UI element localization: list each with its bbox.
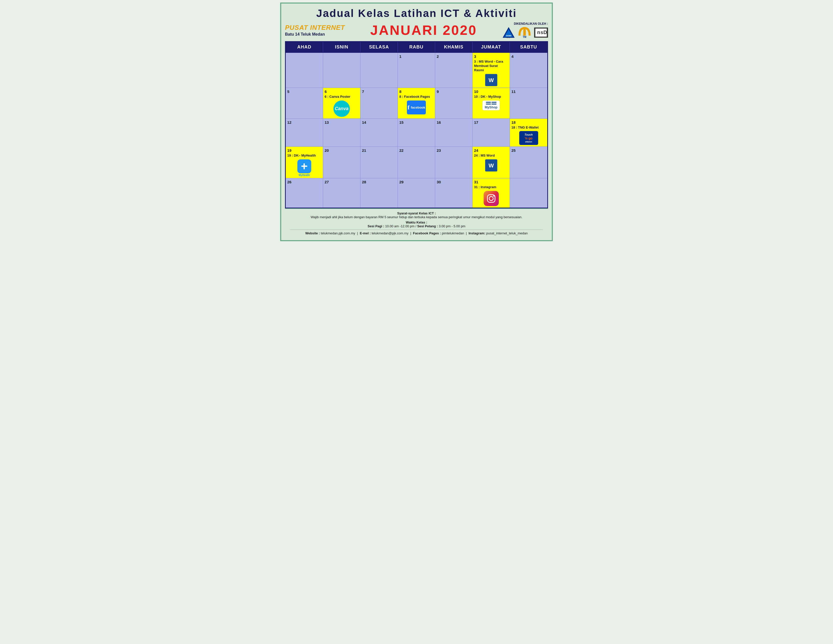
pusat-internet-title: PUSAT INTERNET bbox=[285, 24, 345, 32]
waktu-section: Waktu Kelas : Sesi Pagi : 10.00 am -12.0… bbox=[290, 221, 543, 228]
header-ahad: AHAD bbox=[286, 42, 323, 52]
table-row: 11 bbox=[510, 88, 547, 119]
day-number: 11 bbox=[511, 89, 546, 94]
day-number: 8 bbox=[399, 89, 433, 94]
table-row: 23 bbox=[435, 147, 473, 178]
table-row: 7 bbox=[360, 88, 398, 119]
day-number: 13 bbox=[325, 120, 359, 124]
day-number: 26 bbox=[287, 180, 321, 184]
event-title: 19 : DK– MyHealth bbox=[287, 153, 321, 158]
svg-text:s: s bbox=[540, 29, 544, 35]
waktu-pagi: 10.00 am -12.00 pm bbox=[385, 224, 415, 228]
svg-text:TM: TM bbox=[523, 35, 526, 38]
table-row bbox=[510, 178, 547, 208]
day-number: 7 bbox=[362, 89, 396, 94]
table-row: 22 bbox=[398, 147, 435, 178]
table-row: 1010 : DK - MyShop MyShop bbox=[473, 88, 510, 119]
table-row: 21 bbox=[360, 147, 398, 178]
dikendalikan-label: DIKENDALIKAN OLEH : bbox=[514, 22, 548, 26]
website-label: Website : bbox=[306, 231, 320, 235]
table-row: 26 bbox=[286, 178, 323, 208]
table-row: 33 : MS Word - Cara Membuat Surat Rasmi … bbox=[473, 53, 510, 88]
day-number: 27 bbox=[325, 180, 359, 184]
skmm-logo: SKMM MCMC bbox=[502, 27, 515, 38]
day-number: 2 bbox=[437, 54, 471, 59]
table-row bbox=[323, 53, 360, 88]
waktu-slash: / bbox=[415, 224, 416, 228]
msword-icon: W bbox=[485, 74, 497, 86]
header-rabu: RABU bbox=[398, 42, 435, 52]
table-row: 1 bbox=[398, 53, 435, 88]
footer: Syarat-syarat Kelas ICT : Wajib menjadi … bbox=[285, 208, 548, 238]
header-selasa: SELASA bbox=[360, 42, 398, 52]
email: telukmedan@pjk.com.my bbox=[371, 231, 408, 235]
table-row: 1818 : TNG E-Wallet Touch 'n go eWallet bbox=[510, 119, 547, 147]
svg-text:MCMC: MCMC bbox=[507, 37, 511, 38]
fb-label: Facebook Pages : bbox=[413, 231, 441, 235]
instagram-icon bbox=[484, 191, 499, 206]
day-number: 14 bbox=[362, 120, 396, 124]
svg-text:D: D bbox=[544, 29, 547, 35]
svg-text:SKMM: SKMM bbox=[506, 35, 511, 37]
table-row: 2 bbox=[435, 53, 473, 88]
day-number: 6 bbox=[325, 89, 359, 94]
waktu-pagi-label: Sesi Pagi : bbox=[368, 224, 384, 228]
day-number: 19 bbox=[287, 148, 321, 153]
svg-point-15 bbox=[493, 195, 494, 197]
syarat-title: Syarat-syarat Kelas ICT : bbox=[397, 211, 436, 215]
day-number: 28 bbox=[362, 180, 396, 184]
day-number: 18 bbox=[511, 120, 546, 124]
day-number: 25 bbox=[511, 148, 546, 153]
day-number: 29 bbox=[399, 180, 433, 184]
location-text: Batu 14 Teluk Medan bbox=[285, 32, 345, 37]
event-title: 10 : DK - MyShop bbox=[474, 95, 508, 99]
table-row: 16 bbox=[435, 119, 473, 147]
day-number: 23 bbox=[437, 148, 471, 153]
facebook-icon: f facebook bbox=[407, 100, 426, 114]
table-row: 20 bbox=[323, 147, 360, 178]
table-row: 29 bbox=[398, 178, 435, 208]
table-row: 5 bbox=[286, 88, 323, 119]
table-row: 13 bbox=[323, 119, 360, 147]
waktu-title: Waktu Kelas : bbox=[406, 221, 427, 224]
day-number: 9 bbox=[437, 89, 471, 94]
contact-section: Website : telukmedan.pjk.com.my | E-mel … bbox=[290, 230, 543, 235]
table-row: 2424 : MS Word W bbox=[473, 147, 510, 178]
event-title: 3 : MS Word - Cara Membuat Surat Rasmi bbox=[474, 60, 508, 72]
event-title: 6 : Canva Poster bbox=[325, 95, 359, 99]
day-number: 24 bbox=[474, 148, 508, 153]
table-row: 27 bbox=[323, 178, 360, 208]
table-row: 88 : Facebook Pages f facebook bbox=[398, 88, 435, 119]
website: telukmedan.pjk.com.my bbox=[321, 231, 355, 235]
day-number: 1 bbox=[399, 54, 433, 59]
day-number: 5 bbox=[287, 89, 321, 94]
header-isnin: ISNIN bbox=[323, 42, 360, 52]
table-row: 14 bbox=[360, 119, 398, 147]
main-title: Jadual Kelas Latihan ICT & Aktiviti bbox=[285, 7, 548, 19]
calendar-body: 1233 : MS Word - Cara Membuat Surat Rasm… bbox=[286, 52, 547, 208]
syarat-section: Syarat-syarat Kelas ICT : Wajib menjadi … bbox=[290, 211, 543, 219]
nsd-logo: n s D bbox=[534, 27, 548, 38]
table-row: 25 bbox=[510, 147, 547, 178]
canva-icon: Canva bbox=[333, 100, 350, 117]
table-row: 1919 : DK– MyHealth MyHealth bbox=[286, 147, 323, 178]
header-jumaat: JUMAAT bbox=[473, 42, 510, 52]
day-number: 20 bbox=[325, 148, 359, 153]
event-title: 8 : Facebook Pages bbox=[399, 95, 433, 99]
table-row: 4 bbox=[510, 53, 547, 88]
header-khamis: KHAMIS bbox=[435, 42, 473, 52]
tm-logo: TM bbox=[517, 27, 532, 38]
table-row: 28 bbox=[360, 178, 398, 208]
syarat-text: Wajib menjadi ahli jika belum dengan bay… bbox=[311, 215, 523, 219]
event-title: 24 : MS Word bbox=[474, 153, 508, 158]
day-number: 16 bbox=[437, 120, 471, 124]
svg-text:W: W bbox=[489, 163, 494, 169]
month-title: JANUARI 2020 bbox=[370, 22, 477, 38]
ig-label: Instagram: bbox=[468, 231, 485, 235]
waktu-petang: 3.00 pm - 5.00 pm bbox=[439, 224, 465, 228]
myhealth-icon: MyHealth bbox=[298, 159, 311, 177]
table-row: 12 bbox=[286, 119, 323, 147]
fb-letter: f bbox=[407, 104, 409, 111]
day-number: 12 bbox=[287, 120, 321, 124]
table-row bbox=[360, 53, 398, 88]
